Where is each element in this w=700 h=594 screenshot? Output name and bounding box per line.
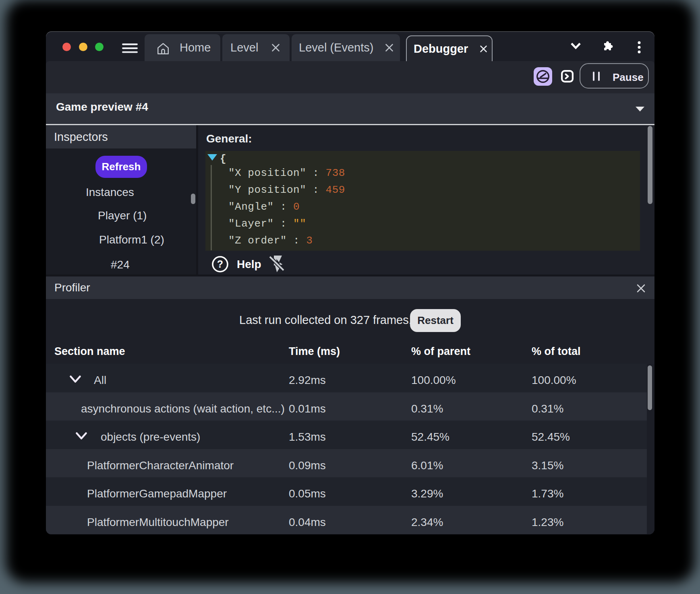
svg-text:?: ? <box>217 258 223 270</box>
